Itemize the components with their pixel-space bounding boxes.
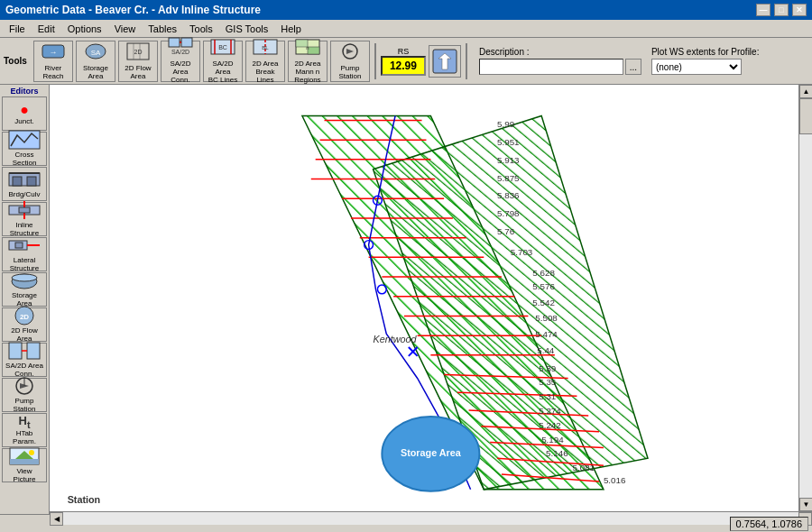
station-5.76: 5.76	[497, 226, 515, 236]
map-nav-button[interactable]	[429, 45, 461, 78]
close-button[interactable]: ✕	[792, 4, 807, 16]
map-svg: Storage Area Kentwood 5.99 5.951 5.913 5…	[50, 85, 798, 511]
menu-file[interactable]: File	[4, 22, 31, 36]
svg-rect-29	[27, 177, 36, 186]
tools-label: Tools	[4, 56, 27, 66]
2d-breaklines-button[interactable]: BL 2D AreaBreak Lines	[245, 41, 285, 82]
menu-help[interactable]: Help	[275, 22, 307, 36]
description-label: Description :	[479, 47, 641, 57]
rs-container: RS 12.99	[381, 47, 426, 76]
pump-station-button[interactable]: PumpStation	[330, 41, 370, 82]
menu-bar: File Edit Options View Tables Tools GIS …	[0, 20, 812, 38]
main-content: Editors ● Junct. CrossSection	[0, 85, 812, 514]
scroll-up-button[interactable]: ▲	[799, 85, 812, 98]
sa-2d-conn-icon: SA/2D	[168, 37, 193, 60]
sidebar-htab-param-button[interactable]: Ht HTabParam.	[2, 413, 47, 447]
sidebar-inline-structure-button[interactable]: InlineStructure	[2, 202, 47, 236]
scroll-left-button[interactable]: ◀	[50, 512, 63, 526]
station-5.274: 5.274	[539, 406, 561, 416]
toolbar-separator	[374, 43, 376, 79]
sidebar-storage-area-button[interactable]: StorageArea	[2, 272, 47, 307]
title-text: Geometric Data - Beaver Cr. - Adv Inline…	[5, 4, 261, 16]
description-input[interactable]	[479, 59, 623, 75]
editors-label: Editors	[2, 87, 47, 96]
menu-tables[interactable]: Tables	[143, 22, 182, 36]
title-controls: — □ ✕	[756, 4, 807, 16]
lateral-structure-icon	[8, 235, 41, 257]
sidebar-sa-2d-conn-button[interactable]: SA/2D AreaConn.	[2, 343, 47, 377]
map-container: Storage Area Kentwood 5.99 5.951 5.913 5…	[50, 85, 812, 514]
cross-section-icon	[8, 130, 41, 151]
svg-rect-28	[13, 177, 22, 186]
horizontal-scrollbar: ◀ ▶	[50, 511, 812, 525]
pump-station-sidebar-icon	[8, 376, 41, 398]
svg-rect-9	[181, 38, 192, 47]
station-5.99: 5.99	[497, 119, 514, 129]
2d-mann-icon: n	[295, 37, 320, 60]
station-5.44: 5.44	[537, 345, 555, 355]
title-bar: Geometric Data - Beaver Cr. - Adv Inline…	[0, 0, 812, 20]
rs-label: RS	[398, 47, 410, 56]
2d-flow-sidebar-icon: 2D	[8, 306, 41, 327]
htab-param-label: HTabParam.	[13, 430, 36, 446]
menu-view[interactable]: View	[109, 22, 142, 36]
sidebar-brdg-culv-button[interactable]: Brdg/Culv	[2, 167, 47, 201]
2d-breaklines-label: 2D AreaBreak Lines	[248, 60, 282, 84]
river-reach-icon: →	[41, 41, 66, 64]
svg-rect-21	[308, 47, 319, 54]
sidebar-lateral-structure-button[interactable]: LateralStructure	[2, 237, 47, 271]
menu-tools[interactable]: Tools	[184, 22, 218, 36]
station-5.875: 5.875	[497, 173, 520, 183]
2d-flow-area-button[interactable]: 2D 2D FlowArea	[118, 41, 158, 82]
maximize-button[interactable]: □	[774, 4, 789, 16]
svg-rect-47	[10, 459, 39, 464]
station-5.913: 5.913	[497, 155, 520, 165]
view-picture-label: ViewPicture	[14, 468, 36, 484]
river-reach-label: RiverReach	[42, 65, 63, 81]
sa-2d-bc-lines-button[interactable]: BC SA/2D AreaBC Lines	[203, 41, 243, 82]
menu-edit[interactable]: Edit	[32, 22, 60, 36]
svg-point-49	[29, 450, 34, 455]
svg-rect-26	[9, 131, 40, 149]
sa-2d-bc-label: SA/2D AreaBC Lines	[206, 60, 240, 84]
2d-mann-regions-button[interactable]: n 2D AreaMann nRegions	[288, 41, 328, 82]
view-picture-icon	[8, 446, 41, 468]
htab-param-icon: Ht	[19, 414, 31, 430]
map-area[interactable]: Storage Area Kentwood 5.99 5.951 5.913 5…	[50, 85, 798, 511]
junct-icon: ●	[20, 102, 29, 118]
toolbar-separator-2	[466, 43, 467, 79]
sidebar-junct-button[interactable]: ● Junct.	[2, 96, 47, 131]
brdg-culv-icon	[8, 170, 41, 191]
menu-gis-tools[interactable]: GIS Tools	[220, 22, 274, 36]
storage-area-button[interactable]: SA StorageArea	[76, 41, 115, 82]
station-5.474: 5.474	[535, 329, 558, 339]
sidebar-view-picture-button[interactable]: ViewPicture	[2, 448, 47, 482]
2d-flow-area-label: 2D FlowArea	[125, 65, 151, 81]
sa-2d-area-conn-button[interactable]: SA/2D SA/2D AreaConn.	[161, 41, 200, 82]
scroll-track-h	[63, 512, 798, 525]
2d-mann-label: 2D AreaMann nRegions	[294, 60, 320, 84]
station-5.016: 5.016	[604, 475, 626, 485]
svg-point-38	[12, 274, 37, 281]
sidebar-2d-flow-button[interactable]: 2D 2D FlowArea	[2, 307, 47, 342]
plotws-select[interactable]: (none)	[651, 59, 742, 75]
station-5.542: 5.542	[532, 298, 555, 307]
minimize-button[interactable]: —	[756, 4, 770, 16]
station-5.836: 5.836	[497, 190, 520, 200]
svg-text:2D: 2D	[134, 49, 142, 55]
map-and-scrollbar: Storage Area Kentwood 5.99 5.951 5.913 5…	[50, 85, 812, 511]
status-coords: 0.7564, 1.0786	[730, 517, 808, 531]
station-5.628: 5.628	[532, 268, 555, 278]
scroll-down-button[interactable]: ▼	[799, 498, 812, 511]
river-reach-button[interactable]: → RiverReach	[33, 41, 73, 82]
svg-text:SA/2D: SA/2D	[171, 49, 189, 55]
description-dots-button[interactable]: ...	[625, 59, 641, 75]
sidebar-pump-station-button[interactable]: PumpStation	[2, 378, 47, 412]
menu-options[interactable]: Options	[62, 22, 107, 36]
scroll-thumb-v[interactable]	[799, 98, 812, 134]
svg-rect-33	[19, 207, 30, 213]
sidebar-cross-section-button[interactable]: CrossSection	[2, 132, 47, 166]
svg-rect-41	[9, 343, 22, 359]
storage-area-sidebar-icon	[8, 271, 41, 292]
station-5.703: 5.703	[511, 247, 533, 257]
